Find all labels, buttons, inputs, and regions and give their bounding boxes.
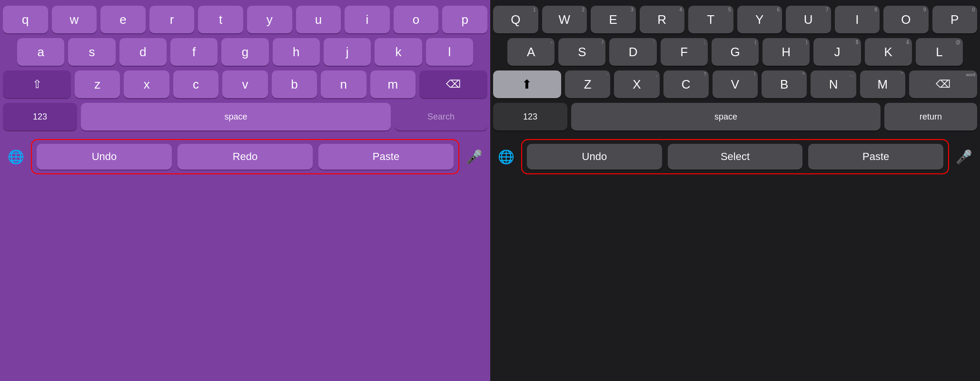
key-Q[interactable]: 1Q xyxy=(493,6,538,33)
key-123-left[interactable]: 123 xyxy=(3,103,77,130)
key-a[interactable]: a xyxy=(17,38,64,66)
key-l[interactable]: l xyxy=(426,38,473,66)
left-row-2: a s d f g h j k l xyxy=(3,38,487,66)
key-H[interactable]: )H xyxy=(762,38,810,66)
right-row-4: 123 space return xyxy=(493,103,977,130)
key-shift-right[interactable]: ⬆ xyxy=(493,70,561,98)
key-search-left[interactable]: Search xyxy=(395,103,487,130)
key-e[interactable]: e xyxy=(100,6,146,33)
redo-button-left[interactable]: Redo xyxy=(178,144,313,170)
key-b[interactable]: b xyxy=(272,70,317,98)
key-s[interactable]: s xyxy=(68,38,115,66)
key-c[interactable]: c xyxy=(173,70,218,98)
key-space-right[interactable]: space xyxy=(571,103,881,130)
mic-icon-right[interactable]: 🎤 xyxy=(956,149,972,165)
key-123-right[interactable]: 123 xyxy=(493,103,567,130)
key-d[interactable]: d xyxy=(119,38,167,66)
key-D[interactable]: :D xyxy=(609,38,656,66)
select-button-right[interactable]: Select xyxy=(668,144,803,170)
key-f[interactable]: f xyxy=(170,38,218,66)
key-o[interactable]: o xyxy=(394,6,439,33)
key-v[interactable]: v xyxy=(222,70,267,98)
key-i[interactable]: i xyxy=(345,6,390,33)
key-shift-left[interactable]: ⇧ xyxy=(3,70,71,98)
key-S[interactable]: /S xyxy=(558,38,605,66)
key-u[interactable]: u xyxy=(296,6,341,33)
toolbar-right: 🌐 Undo Select Paste 🎤 xyxy=(493,137,977,176)
undo-button-right[interactable]: Undo xyxy=(527,144,662,170)
key-n[interactable]: n xyxy=(321,70,366,98)
key-L[interactable]: @L xyxy=(916,38,963,66)
keyboard-right: 1Q 2W 3E 4R 5T 6Y 7U 8I 9O 0P -A /S :D ;… xyxy=(490,0,980,381)
key-M[interactable]: "M xyxy=(860,70,905,98)
key-q[interactable]: q xyxy=(3,6,48,33)
key-X[interactable]: ,X xyxy=(614,70,659,98)
right-row-1: 1Q 2W 3E 4R 5T 6Y 7U 8I 9O 0P xyxy=(493,6,977,33)
paste-button-right[interactable]: Paste xyxy=(808,144,943,170)
keyboard-left: q w e r t y u i o p a s d f g h j k l ⇧ … xyxy=(0,0,490,381)
right-row-2: -A /S :D ;F (G )H $J &K @L xyxy=(493,38,977,66)
paste-button-left[interactable]: Paste xyxy=(318,144,454,170)
toolbar-left: 🌐 Undo Redo Paste 🎤 xyxy=(3,137,487,176)
undo-button-left[interactable]: Undo xyxy=(37,144,172,170)
key-G[interactable]: (G xyxy=(712,38,759,66)
key-w[interactable]: w xyxy=(52,6,97,33)
key-B[interactable]: ^B xyxy=(762,70,807,98)
key-g[interactable]: g xyxy=(221,38,268,66)
key-V[interactable]: !V xyxy=(713,70,758,98)
key-k[interactable]: k xyxy=(375,38,422,66)
left-row-1: q w e r t y u i o p xyxy=(3,6,487,33)
key-J[interactable]: $J xyxy=(813,38,861,66)
mic-icon-left[interactable]: 🎤 xyxy=(466,149,483,165)
globe-icon-left[interactable]: 🌐 xyxy=(8,149,24,165)
right-row-3: ⬆ ·Z ,X ?C !V ^B …N "M word ⌫ xyxy=(493,70,977,98)
key-y[interactable]: y xyxy=(247,6,292,33)
key-backspace-left[interactable]: ⌫ xyxy=(419,70,487,98)
key-K[interactable]: &K xyxy=(865,38,912,66)
key-C[interactable]: ?C xyxy=(663,70,709,98)
key-O[interactable]: 9O xyxy=(883,6,929,33)
key-N[interactable]: …N xyxy=(811,70,856,98)
key-Z[interactable]: ·Z xyxy=(565,70,610,98)
key-E[interactable]: 3E xyxy=(591,6,636,33)
globe-icon-right[interactable]: 🌐 xyxy=(498,149,515,165)
left-row-3: ⇧ z x c v b n m ⌫ xyxy=(3,70,487,98)
toolbar-buttons-left: Undo Redo Paste xyxy=(31,139,459,174)
toolbar-buttons-right: Undo Select Paste xyxy=(521,139,949,174)
key-return-right[interactable]: return xyxy=(884,103,977,130)
left-row-4: 123 space Search xyxy=(3,103,487,130)
key-U[interactable]: 7U xyxy=(786,6,831,33)
key-P[interactable]: 0P xyxy=(932,6,978,33)
key-space-left[interactable]: space xyxy=(81,103,391,130)
key-I[interactable]: 8I xyxy=(835,6,880,33)
key-W[interactable]: 2W xyxy=(542,6,587,33)
key-p[interactable]: p xyxy=(442,6,487,33)
key-j[interactable]: j xyxy=(324,38,371,66)
key-r[interactable]: r xyxy=(149,6,195,33)
key-x[interactable]: x xyxy=(124,70,169,98)
key-h[interactable]: h xyxy=(273,38,320,66)
key-F[interactable]: ;F xyxy=(661,38,708,66)
key-A[interactable]: -A xyxy=(507,38,554,66)
key-T[interactable]: 5T xyxy=(688,6,733,33)
key-Y[interactable]: 6Y xyxy=(737,6,782,33)
key-z[interactable]: z xyxy=(75,70,120,98)
key-t[interactable]: t xyxy=(198,6,243,33)
key-R[interactable]: 4R xyxy=(640,6,685,33)
key-backspace-right[interactable]: word ⌫ xyxy=(909,70,977,98)
key-m[interactable]: m xyxy=(370,70,416,98)
